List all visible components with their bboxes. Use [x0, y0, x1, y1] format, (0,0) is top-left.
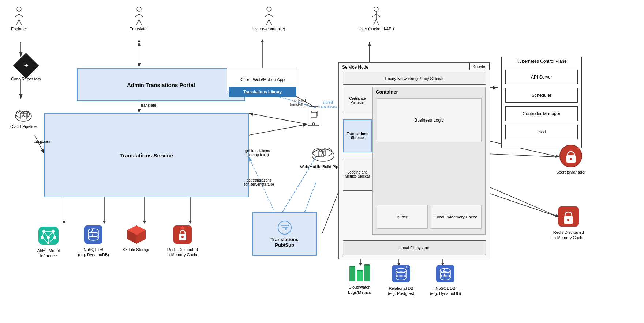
svg-line-67	[139, 14, 143, 17]
stored-translations-label: storedtranslations	[318, 100, 337, 109]
svg-marker-22	[63, 221, 65, 224]
controller-manager-box: Controller-Manager	[505, 106, 578, 121]
relational-db-label: Relational DB(e.g. Postgres)	[388, 286, 414, 296]
translations-library: Translations Library	[229, 87, 296, 97]
service-node-container: Service Node Kubelet Envoy Networking Pr…	[338, 62, 490, 259]
buffer-box: Buffer	[377, 205, 428, 229]
scheduler-box: Scheduler	[505, 88, 578, 103]
svg-line-78	[372, 14, 376, 17]
svg-line-75	[269, 19, 272, 25]
svg-point-110	[288, 225, 289, 226]
cert-manager-box: Certificate Manager	[343, 87, 372, 114]
svg-line-15	[249, 124, 307, 135]
svg-point-140	[181, 236, 184, 238]
svg-point-76	[374, 7, 378, 11]
svg-rect-142	[349, 267, 355, 281]
svg-point-92	[312, 123, 315, 125]
svg-rect-93	[311, 113, 316, 118]
svg-rect-145	[349, 266, 355, 267]
svg-line-62	[16, 19, 19, 25]
nosql-db-icon: NoSQL DB(e.g. DynamoDB)	[78, 224, 109, 258]
svg-rect-144	[364, 265, 370, 281]
local-cache-box: Local In-Memory Cache	[431, 205, 482, 229]
cicd-icon: CI/CD Pipeline	[10, 106, 37, 129]
get-translations-app-build-label: get translations(on app build)	[245, 149, 270, 157]
aiml-label: AI/ML ModelInference	[37, 248, 60, 259]
local-filesystem-box: Local Filesystem	[343, 240, 486, 255]
service-node-label: Service Node	[342, 65, 368, 70]
translations-pubsub: TranslationsPub/Sub	[252, 212, 317, 256]
buffer-cache-row: Buffer Local In-Memory Cache	[377, 205, 482, 229]
svg-line-56	[249, 157, 278, 219]
envoy-proxy: Envoy Networking Proxy Sidecar	[343, 72, 486, 85]
cicd-label: CI/CD Pipeline	[10, 124, 37, 129]
svg-line-63	[19, 19, 22, 25]
updated-translations-label: updatedtranslations	[290, 99, 308, 107]
redis-bottom-icon: Redis DistributedIn-Memory Cache	[166, 224, 198, 258]
buffer-label: Buffer	[397, 215, 407, 219]
secrets-manager-label: SecretsManager	[556, 170, 586, 175]
svg-point-70	[267, 7, 271, 11]
svg-point-169	[567, 219, 569, 221]
envoy-label: Envoy Networking Proxy Sidecar	[385, 76, 443, 81]
container-label: Container	[376, 89, 398, 95]
user-backend-label: User (backend-API)	[359, 27, 394, 31]
aiml-icon: AI/ML ModelInference	[37, 225, 60, 259]
svg-point-58	[17, 7, 21, 11]
svg-line-60	[15, 14, 19, 17]
admin-portal-label: Admin Translations Portal	[127, 82, 195, 88]
person-user-backend: User (backend-API)	[359, 7, 394, 31]
svg-point-165	[570, 158, 572, 160]
svg-line-66	[135, 14, 139, 17]
svg-point-106	[278, 221, 291, 234]
logging-metrics-label: Logging and Metrics Sidecar	[343, 170, 372, 178]
local-cache-label: Local In-Memory Cache	[435, 215, 478, 219]
svg-rect-128	[84, 225, 102, 244]
svg-line-74	[266, 19, 269, 25]
api-server-label: API Server	[531, 75, 552, 80]
svg-marker-28	[143, 221, 146, 224]
person-engineer: Engineer	[11, 7, 27, 31]
svg-line-102	[319, 150, 320, 152]
cloudwatch-label: CloudWatchLogs/Metrics	[348, 285, 371, 295]
svg-line-68	[136, 19, 139, 25]
architecture-diagram: Engineer Translator User (web/mobile)	[0, 0, 644, 323]
svg-line-86	[20, 112, 22, 113]
translations-service: Translations Service	[44, 113, 249, 197]
person-user-web: User (web/mobile)	[252, 7, 285, 31]
kubelet-label: Kubelet	[473, 64, 486, 69]
logging-metrics-box: Logging and Metrics Sidecar	[343, 158, 372, 191]
relational-db-icon: Relational DB(e.g. Postgres)	[388, 263, 414, 296]
svg-line-36	[479, 153, 560, 157]
nosql-db2-label: NoSQL DB(e.g. DynamoDB)	[430, 286, 461, 296]
svg-marker-31	[189, 221, 192, 224]
translations-service-label: Translations Service	[120, 152, 173, 159]
svg-line-94	[311, 111, 312, 113]
svg-point-98	[312, 149, 334, 162]
cloudwatch-icon: CloudWatchLogs/Metrics	[348, 263, 371, 295]
svg-line-69	[139, 19, 142, 25]
admin-translations-portal: Admin Translations Portal	[77, 68, 245, 101]
svg-line-80	[374, 19, 376, 25]
svg-rect-146	[357, 270, 363, 271]
s3-icon: S3 File Storage	[123, 224, 150, 252]
svg-line-81	[376, 19, 379, 25]
translations-sidecar-label: Translations Sidecar	[344, 132, 371, 140]
redis-bottom-label: Redis DistributedIn-Memory Cache	[166, 247, 198, 258]
svg-rect-143	[357, 270, 363, 281]
k8s-label: Kubernetes Control Plane	[505, 59, 579, 64]
svg-point-64	[137, 7, 141, 11]
get-translations-server-startup-label: get translations(on server startup)	[244, 178, 274, 186]
k8s-control-plane: Kubernetes Control Plane API Server Sche…	[501, 57, 582, 148]
translations-pubsub-label: TranslationsPub/Sub	[270, 237, 299, 248]
redis-right-icon: Redis DistributedIn-Memory Cache	[553, 205, 584, 240]
svg-line-72	[265, 14, 269, 17]
etcd-box: etcd	[505, 125, 578, 139]
secrets-manager-icon: SecretsManager	[556, 144, 586, 175]
mobile-device-icon	[307, 106, 321, 127]
redis-right-label: Redis DistributedIn-Memory Cache	[553, 230, 584, 240]
translations-sidecar-box: Translations Sidecar	[343, 119, 372, 152]
client-app-label: Client Web/Mobile App	[240, 77, 285, 82]
local-filesystem-label: Local Filesystem	[400, 246, 430, 250]
svg-line-37	[479, 183, 560, 217]
